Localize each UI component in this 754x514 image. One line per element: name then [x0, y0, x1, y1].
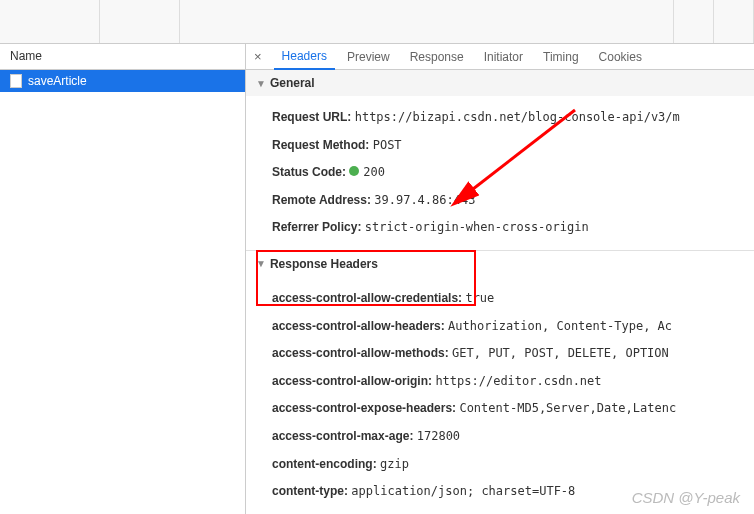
header-row: access-control-allow-credentials: true	[272, 285, 754, 313]
top-toolbar	[0, 0, 754, 44]
caret-down-icon: ▼	[256, 78, 266, 89]
status-code-row: Status Code: 200	[272, 159, 754, 187]
details-panel: × Headers Preview Response Initiator Tim…	[246, 44, 754, 514]
tab-response[interactable]: Response	[402, 45, 472, 69]
request-url-row: Request URL: https://bizapi.csdn.net/blo…	[272, 104, 754, 132]
caret-down-icon: ▼	[256, 258, 266, 269]
referrer-policy-row: Referrer Policy: strict-origin-when-cros…	[272, 214, 754, 242]
name-column-header: Name	[0, 44, 245, 70]
header-row: access-control-allow-methods: GET, PUT, …	[272, 340, 754, 368]
remote-address-row: Remote Address: 39.97.4.86:443	[272, 187, 754, 215]
general-header[interactable]: ▼ General	[246, 70, 754, 96]
response-headers-header[interactable]: ▼ Response Headers	[246, 251, 754, 277]
tab-preview[interactable]: Preview	[339, 45, 398, 69]
tabs-bar: × Headers Preview Response Initiator Tim…	[246, 44, 754, 70]
header-row: content-encoding: gzip	[272, 451, 754, 479]
request-name: saveArticle	[28, 74, 87, 88]
close-icon[interactable]: ×	[254, 49, 262, 64]
header-row: access-control-allow-headers: Authorizat…	[272, 313, 754, 341]
watermark: CSDN @Y-peak	[632, 489, 740, 506]
tab-timing[interactable]: Timing	[535, 45, 587, 69]
header-row: access-control-max-age: 172800	[272, 423, 754, 451]
header-row: access-control-allow-origin: https://edi…	[272, 368, 754, 396]
header-row: access-control-expose-headers: Content-M…	[272, 395, 754, 423]
tab-cookies[interactable]: Cookies	[591, 45, 650, 69]
request-method-row: Request Method: POST	[272, 132, 754, 160]
tab-initiator[interactable]: Initiator	[476, 45, 531, 69]
general-section: ▼ General Request URL: https://bizapi.cs…	[246, 70, 754, 251]
status-dot-icon	[349, 166, 359, 176]
tab-headers[interactable]: Headers	[274, 44, 335, 70]
request-item[interactable]: saveArticle	[0, 70, 245, 92]
file-icon	[10, 74, 22, 88]
request-list-panel: Name saveArticle	[0, 44, 246, 514]
response-headers-section: ▼ Response Headers access-control-allow-…	[246, 251, 754, 514]
headers-content: ▼ General Request URL: https://bizapi.cs…	[246, 70, 754, 514]
